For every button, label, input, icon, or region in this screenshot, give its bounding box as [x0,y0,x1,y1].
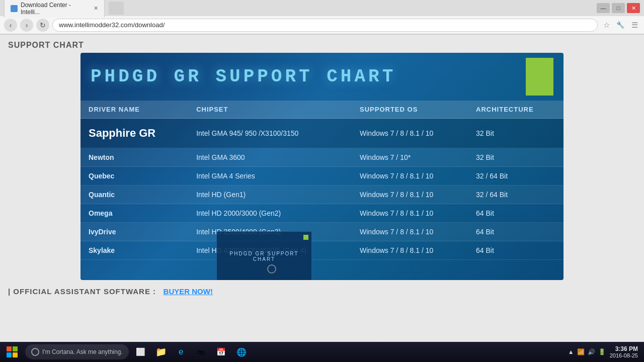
driver-name-cell: Newton [80,148,188,167]
col-chipset: CHIPSET [188,101,352,119]
col-supported-os: SUPPORTED OS [352,101,468,119]
cortana-search[interactable]: I'm Cortana. Ask me anything. [25,344,129,359]
taskbar-system-tray: ▲ 📶 🔊 🔋 3:36 PM 2016-08-25 [568,345,642,358]
new-tab-button[interactable] [109,2,124,15]
chart-header: PHDGD GR SUPPORT CHART [80,53,564,101]
system-icons: ▲ 📶 🔊 🔋 [568,348,606,355]
title-bar: Download Center - Intelli... ✕ — □ ✕ [0,0,644,16]
arch-cell: 32 / 64 Bit [468,167,564,186]
file-explorer-icon[interactable]: 📁 [152,343,170,361]
os-cell: Windows 7 / 8 / 8.1 / 10 [352,204,468,223]
chipset-cell: Intel GMA 3600 [188,148,352,167]
table-row: Quantic Intel HD (Gen1) Windows 7 / 8 / … [80,186,564,204]
address-bar[interactable]: www.intellimodder32.com/download/ [52,19,598,32]
edge-icon[interactable]: e [172,343,190,361]
col-driver-name: DRIVER NAME [80,101,188,119]
support-table: DRIVER NAME CHIPSET SUPPORTED OS ARCHITE… [80,101,564,260]
chipset-cell: Intel HD (Gen1) [188,186,352,204]
tooltip-overlay: PHDGD GR SUPPORT CHART [216,231,312,280]
arch-cell: 32 Bit [468,148,564,167]
network-icon[interactable]: 📶 [577,348,585,355]
page-wrapper: SUPPORT CHART PHDGD GR SUPPORT CHART DRI… [0,35,644,362]
buy-now-link[interactable]: BUYER NOW! [164,287,213,296]
task-view-icon[interactable]: ⬜ [132,343,150,361]
tab-favicon [11,5,18,12]
clock-date: 2016-08-25 [610,352,638,358]
table-container: DRIVER NAME CHIPSET SUPPORTED OS ARCHITE… [80,101,564,260]
close-button[interactable]: ✕ [627,3,640,13]
os-cell: Windows 7 / 10* [352,148,468,167]
chipset-cell: Intel HD 2000/3000 (Gen2) [188,204,352,223]
driver-name-cell: Skylake [80,241,188,260]
driver-name-cell: Omega [80,204,188,223]
tooltip-text: PHDGD GR SUPPORT CHART [217,248,311,265]
browser-chrome: Download Center - Intelli... ✕ — □ ✕ ‹ ›… [0,0,644,35]
green-accent-decoration [526,58,553,96]
cortana-label: I'm Cortana. Ask me anything. [42,348,123,355]
driver-name-cell: Quantic [80,186,188,204]
arch-cell: 64 Bit [468,204,564,223]
cortana-icon [31,348,39,356]
table-row: Quebec Intel GMA 4 Series Windows 7 / 8 … [80,167,564,186]
table-row: Skylake Intel HD 4200/4400/4600/5 (Gen 4… [80,241,564,260]
arch-cell: 32 / 64 Bit [468,186,564,204]
clock-time: 3:36 PM [610,345,638,352]
start-button[interactable] [2,342,22,362]
driver-name-cell: Quebec [80,167,188,186]
tab-label: Download Center - Intelli... [21,2,89,16]
tab-close-button[interactable]: ✕ [94,5,98,12]
battery-icon[interactable]: 🔋 [598,348,606,355]
windows-logo-icon [7,346,18,357]
url-text: www.intellimodder32.com/download/ [59,21,165,29]
os-cell: Windows 7 / 8 / 8.1 / 10 [352,223,468,241]
chipset-cell: Intel GMA 945/ 950 /X3100/3150 [188,119,352,148]
system-clock[interactable]: 3:36 PM 2016-08-25 [610,345,642,358]
arch-cell: 64 Bit [468,223,564,241]
bookmark-icon[interactable]: ☆ [601,20,612,31]
header-row: DRIVER NAME CHIPSET SUPPORTED OS ARCHITE… [80,101,564,119]
table-header: DRIVER NAME CHIPSET SUPPORTED OS ARCHITE… [80,101,564,119]
store-icon[interactable]: 🛍 [192,343,210,361]
os-cell: Windows 7 / 8 / 8.1 / 10 [352,241,468,260]
chrome-icon[interactable]: 🌐 [232,343,251,361]
chart-footer-space [80,260,564,280]
arch-cell: 64 Bit [468,241,564,260]
chipset-cell: Intel GMA 4 Series [188,167,352,186]
chart-card: PHDGD GR SUPPORT CHART DRIVER NAME CHIPS… [80,53,564,280]
driver-name-cell: IvyDrive [80,223,188,241]
os-cell: Windows 7 / 8 / 8.1 / 10 [352,186,468,204]
arch-cell: 32 Bit [468,119,564,148]
table-row: Omega Intel HD 2000/3000 (Gen2) Windows … [80,204,564,223]
maximize-button[interactable]: □ [612,3,625,13]
taskbar-pinned-icons: ⬜ 📁 e 🛍 📅 🌐 [132,343,251,361]
notification-icon[interactable]: ▲ [568,348,574,355]
navigation-bar: ‹ › ↻ www.intellimodder32.com/download/ … [0,16,644,34]
extensions-icon[interactable]: 🔧 [615,20,626,31]
calendar-icon[interactable]: 📅 [212,343,230,361]
section-heading: SUPPORT CHART [0,35,644,53]
tooltip-green-dot [303,235,308,240]
driver-name-cell: Sapphire GR [80,119,188,148]
forward-button[interactable]: › [20,19,33,32]
os-cell: Windows 7 / 8 / 8.1 / 10 [352,167,468,186]
page-content: SUPPORT CHART PHDGD GR SUPPORT CHART DRI… [0,35,644,300]
menu-icon[interactable]: ☰ [629,20,640,31]
chart-title: PHDGD GR SUPPORT CHART [91,66,396,87]
table-row: Newton Intel GMA 3600 Windows 7 / 10* 32… [80,148,564,167]
os-cell: Windows 7 / 8 / 8.1 / 10 [352,119,468,148]
volume-icon[interactable]: 🔊 [588,348,595,355]
refresh-button[interactable]: ↻ [36,19,49,32]
table-row: Sapphire GR Intel GMA 945/ 950 /X3100/31… [80,119,564,148]
col-architecture: ARCHITECTURE [468,101,564,119]
sapphire-driver-name: Sapphire GR [89,127,155,139]
browser-tab[interactable]: Download Center - Intelli... ✕ [4,0,105,18]
table-row: IvyDrive Intel HD 2500/4000 (Gen3) Windo… [80,223,564,241]
back-button[interactable]: ‹ [4,19,17,32]
cursor-indicator [267,264,276,274]
taskbar: I'm Cortana. Ask me anything. ⬜ 📁 e 🛍 📅 … [0,342,644,362]
bottom-section: | OFFICIAL ASSISTANT SOFTWARE : BUYER NO… [0,283,644,300]
minimize-button[interactable]: — [597,3,610,13]
table-body: Sapphire GR Intel GMA 945/ 950 /X3100/31… [80,119,564,260]
official-label: | OFFICIAL ASSISTANT SOFTWARE : [8,287,156,296]
window-controls: — □ ✕ [597,3,640,13]
